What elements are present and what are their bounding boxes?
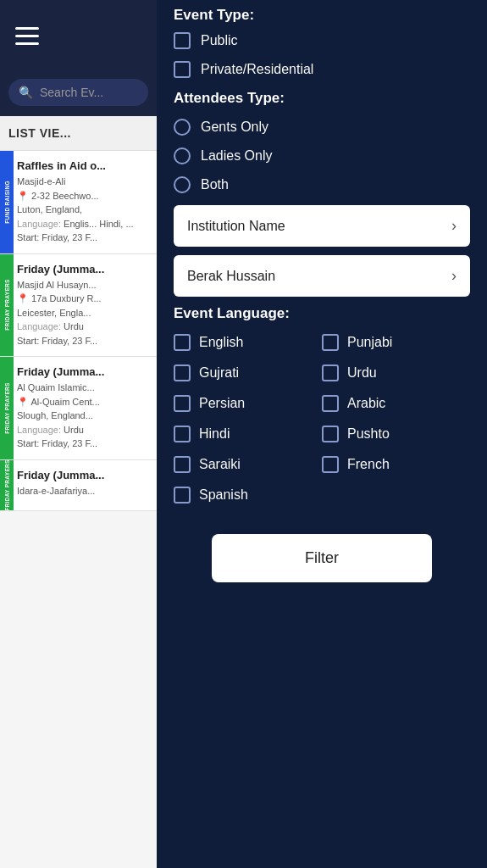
institution-name-label: Institution Name (187, 219, 285, 234)
search-area: 🔍 Search Ev... (0, 72, 157, 116)
event-meta: Al Quaim Islamic... 📍 Al-Quaim Cent... S… (17, 381, 150, 451)
pushto-checkbox[interactable] (322, 426, 339, 442)
gujrati-checkbox[interactable] (174, 364, 191, 381)
event-title: Friday (Jumma... (17, 263, 150, 275)
hamburger-menu-icon[interactable] (15, 27, 39, 45)
event-start: Start: Friday, 23 F... (17, 231, 150, 245)
languages-left-col: English Gujrati Persian Hindi Saraiki Sp… (174, 334, 322, 517)
event-address: 📍 17a Duxbury R... (17, 292, 150, 306)
french-checkbox[interactable] (322, 456, 339, 473)
language-punjabi: Punjabi (322, 334, 470, 351)
list-view-label: LIST VIE... (0, 116, 157, 151)
public-checkbox[interactable] (174, 32, 191, 49)
language-english: English (174, 334, 322, 351)
language-arabic: Arabic (322, 395, 470, 412)
institution-name-selector[interactable]: Institution Name › (174, 205, 470, 247)
list-item[interactable]: FRIDAY PRAYERS Friday (Jumma... Masjid A… (0, 254, 157, 358)
saraiki-checkbox[interactable] (174, 456, 191, 473)
gents-radio[interactable] (174, 119, 191, 136)
chevron-right-icon: › (451, 217, 457, 235)
search-box[interactable]: 🔍 Search Ev... (8, 79, 148, 106)
event-address: 📍 2-32 Beechwo... (17, 189, 150, 203)
event-address: 📍 Al-Quaim Cent... (17, 395, 150, 409)
language-pushto: Pushto (322, 426, 470, 442)
public-label: Public (201, 33, 238, 48)
english-label: English (199, 335, 243, 350)
attendee-ladies-row: Ladies Only (174, 147, 470, 164)
arabic-label: Arabic (347, 396, 385, 411)
header-area (0, 0, 157, 72)
event-org: Masjid-e-Ali (17, 175, 150, 189)
list-item[interactable]: FRIDAY PRAYERS Friday (Jumma... Al Quaim… (0, 357, 157, 460)
hindi-checkbox[interactable] (174, 426, 191, 442)
event-type-title: Event Type: (174, 0, 470, 32)
punjabi-checkbox[interactable] (322, 334, 339, 351)
speaker-selector[interactable]: Berak Hussain › (174, 255, 470, 297)
language-french: French (322, 456, 470, 473)
filter-panel: Event Type: Public Private/Residential A… (157, 0, 487, 868)
urdu-label: Urdu (347, 365, 377, 381)
list-item[interactable]: FRIDAY PRAYERS Friday (Jumma... Idara-e-… (0, 460, 157, 511)
language-persian: Persian (174, 395, 322, 412)
pushto-label: Pushto (347, 426, 390, 442)
language-urdu: Urdu (322, 364, 470, 381)
event-org: Masjid Al Husayn... (17, 278, 150, 292)
filter-button[interactable]: Filter (212, 534, 432, 582)
attendee-gents-row: Gents Only (174, 119, 470, 136)
event-title: Raffles in Aid o... (17, 159, 150, 172)
event-meta: Idara-e-Jaafariya... (17, 484, 150, 498)
left-panel: 🔍 Search Ev... LIST VIE... FUND RAISING … (0, 0, 157, 868)
language-spanish: Spanish (174, 487, 322, 504)
both-label: Both (201, 177, 229, 192)
list-item[interactable]: FUND RAISING Raffles in Aid o... Masjid-… (0, 151, 157, 254)
attendees-type-title: Attendees Type: (174, 90, 470, 107)
spanish-checkbox[interactable] (174, 487, 191, 504)
search-icon: 🔍 (19, 86, 33, 99)
attendee-both-row: Both (174, 176, 470, 193)
event-city: Leicester, Engla... (17, 306, 150, 320)
punjabi-label: Punjabi (347, 335, 392, 350)
urdu-checkbox[interactable] (322, 364, 339, 381)
event-meta: Masjid Al Husayn... 📍 17a Duxbury R... L… (17, 278, 150, 348)
ladies-radio[interactable] (174, 147, 191, 164)
event-title: Friday (Jumma... (17, 469, 150, 481)
event-language-title: Event Language: (174, 305, 470, 322)
both-radio[interactable] (174, 176, 191, 193)
event-title: Friday (Jumma... (17, 365, 150, 378)
event-org: Idara-e-Jaafariya... (17, 484, 150, 498)
private-checkbox[interactable] (174, 61, 191, 78)
event-city: Slough, England... (17, 409, 150, 423)
hindi-label: Hindi (199, 426, 230, 442)
spanish-label: Spanish (199, 487, 248, 503)
french-label: French (347, 457, 390, 472)
gujrati-label: Gujrati (199, 365, 239, 381)
gents-label: Gents Only (201, 120, 268, 135)
languages-right-col: Punjabi Urdu Arabic Pushto French (322, 334, 470, 517)
language-hindi: Hindi (174, 426, 322, 442)
event-type-public-row: Public (174, 32, 470, 49)
language-grid: English Gujrati Persian Hindi Saraiki Sp… (174, 334, 470, 517)
event-type-private-row: Private/Residential (174, 61, 470, 78)
event-start: Start: Friday, 23 F... (17, 334, 150, 348)
event-city: Luton, England, (17, 203, 150, 217)
private-label: Private/Residential (201, 62, 313, 77)
ladies-label: Ladies Only (201, 148, 273, 164)
event-language: Language: Urdu (17, 320, 150, 334)
event-language: Language: Urdu (17, 423, 150, 437)
event-language: Language: Englis... Hindi, ... (17, 217, 150, 231)
event-meta: Masjid-e-Ali 📍 2-32 Beechwo... Luton, En… (17, 175, 150, 245)
event-org: Al Quaim Islamic... (17, 381, 150, 395)
persian-label: Persian (199, 396, 245, 411)
search-input[interactable]: Search Ev... (40, 86, 103, 99)
persian-checkbox[interactable] (174, 395, 191, 412)
english-checkbox[interactable] (174, 334, 191, 351)
language-saraiki: Saraiki (174, 456, 322, 473)
saraiki-label: Saraiki (199, 457, 241, 472)
speaker-name-label: Berak Hussain (187, 269, 275, 284)
arabic-checkbox[interactable] (322, 395, 339, 412)
chevron-right-icon: › (451, 267, 457, 285)
event-start: Start: Friday, 23 F... (17, 437, 150, 451)
language-gujrati: Gujrati (174, 364, 322, 381)
